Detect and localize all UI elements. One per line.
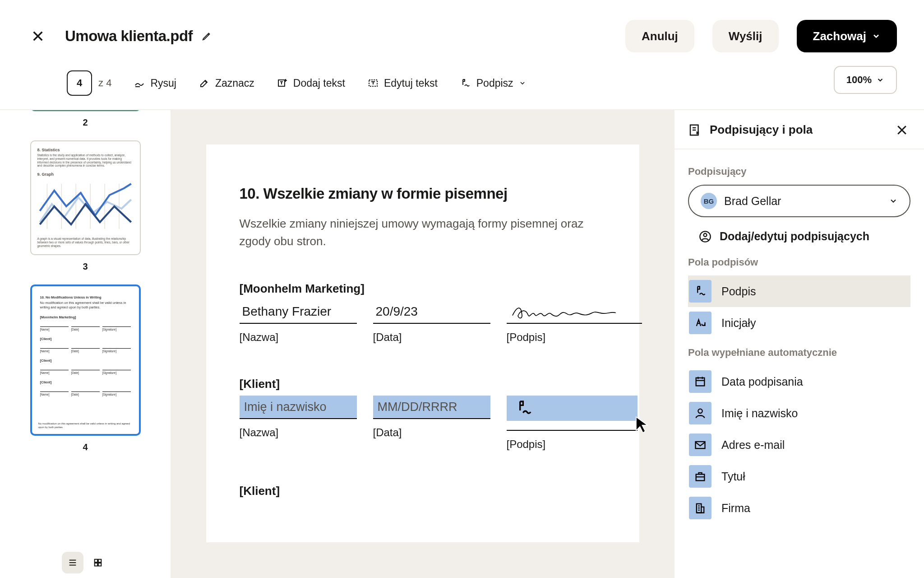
signature-field-drop[interactable] [507,396,638,421]
draw-icon [134,78,145,89]
building-icon [694,502,707,514]
field-initials-label: Inicjały [721,317,756,330]
tool-draw[interactable]: Rysuj [134,77,176,89]
svg-point-14 [704,233,707,237]
thumbnail-rail: 2 8. Statistics Statistics is the study … [0,110,171,578]
document-title-wrap: Umowa klienta.pdf [65,28,212,45]
thumb3-h2: 9. Graph [37,172,134,177]
mail-icon [694,438,707,451]
person-icon [699,230,711,243]
zoom-value: 100% [846,74,872,86]
tool-draw-label: Rysuj [150,77,176,89]
close-button[interactable] [27,25,49,47]
side-panel-title: Podpisujący i pola [710,123,887,137]
field-date-signed-label: Data podpisania [721,375,803,388]
cancel-label: Anuluj [642,29,678,43]
svg-point-16 [698,409,702,413]
date-field[interactable]: MM/DD/RRRR [373,396,490,419]
thumb3-h1: 8. Statistics [37,148,134,152]
grid-icon [93,558,103,568]
chevron-down-icon [876,76,884,84]
party-1-label: [Moonhelm Marketing] [240,282,606,296]
thumb4-foot: No modification on this agreement shall … [38,422,133,429]
document-title: Umowa klienta.pdf [65,28,193,45]
thumb3-chart [37,179,134,233]
rename-icon[interactable] [202,31,212,41]
field-email[interactable]: Adres e-mail [688,429,910,461]
party-2-label: [Klient] [240,377,606,391]
document-canvas[interactable]: 10. Wszelkie zmiany w formie pisemnej Ws… [171,110,674,578]
signature-scribble [509,302,627,322]
field-signature[interactable]: Podpis [688,275,910,307]
signer-avatar: BG [701,193,717,209]
field-company[interactable]: Firma [688,492,910,524]
app-header: Umowa klienta.pdf Anuluj Wyślij Zachowaj [0,0,924,66]
signer-dropdown[interactable]: BG Brad Gellar [688,185,910,217]
field-initials[interactable]: Inicjały [688,307,910,339]
thumb-num-3: 3 [83,261,88,272]
party-2-name-cap: [Nazwa] [240,426,357,439]
signer-name: Brad Gellar [724,195,882,208]
tool-sign-label: Podpisz [476,77,513,89]
svg-rect-10 [95,563,97,566]
calendar-icon [694,375,707,388]
save-button[interactable]: Zachowaj [797,20,897,52]
party-1-sig-cap: [Podpis] [507,331,642,344]
signer-section-label: Podpisujący [688,166,910,177]
edit-text-icon [368,78,379,89]
section-heading: 10. Wszelkie zmiany w formie pisemnej [240,185,606,202]
tool-add-text[interactable]: Dodaj tekst [277,77,345,89]
close-panel-button[interactable] [895,123,909,137]
signers-panel-icon [688,123,702,137]
field-title[interactable]: Tytuł [688,461,910,492]
view-list-button[interactable] [62,552,83,573]
thumb-page-3[interactable]: 8. Statistics Statistics is the study an… [30,140,141,255]
sign-icon [515,399,533,417]
initials-icon [694,317,707,329]
field-company-label: Firma [721,502,750,515]
tool-sign[interactable]: Podpisz [460,77,526,89]
zoom-dropdown[interactable]: 100% [834,66,897,94]
close-icon [32,30,44,42]
svg-rect-15 [696,378,705,386]
party-2-date-cap: [Data] [373,426,490,439]
cursor-icon [634,415,652,434]
document-page: 10. Wszelkie zmiany w formie pisemnej Ws… [206,144,639,542]
editor-toolbar: 4 z 4 Rysuj Zaznacz Dodaj tekst Edytuj t… [0,66,924,110]
chevron-down-icon [889,196,898,205]
field-date-signed[interactable]: Data podpisania [688,366,910,397]
side-panel-header: Podpisujący i pola [675,110,924,149]
thumb4-body: No modification on this agreement shall … [40,301,131,310]
party-2-sig-cap: [Podpis] [507,438,642,451]
add-edit-signers-button[interactable]: Dodaj/edytuj podpisujących [699,230,910,243]
cancel-button[interactable]: Anuluj [625,20,694,52]
send-label: Wyślij [729,29,762,43]
tool-highlight[interactable]: Zaznacz [199,77,254,89]
thumb-view-toggle [62,552,109,573]
tool-edit-text[interactable]: Edytuj tekst [368,77,438,89]
party-1-name-cap: [Nazwa] [240,331,357,344]
party-3-label: [Klient] [240,484,606,498]
page-of-label: z 4 [98,77,111,89]
add-text-icon [277,78,288,89]
thumb3-cap: A graph is a visual representation of da… [37,237,134,247]
thumb-num-4: 4 [83,442,88,452]
thumb-page-4[interactable]: 10. No Modifications Unless in Writing N… [30,284,141,436]
list-icon [68,558,78,568]
field-email-label: Adres e-mail [721,438,785,452]
field-name[interactable]: Imię i nazwisko [688,397,910,429]
view-grid-button[interactable] [87,552,109,573]
field-signature-label: Podpis [721,285,756,298]
party-1-signature [507,300,642,324]
svg-rect-8 [95,559,97,562]
thumb-page-2-peek[interactable] [30,110,141,111]
sign-icon [694,285,707,298]
svg-rect-9 [98,559,101,562]
field-title-label: Tytuł [721,470,745,483]
party-1-name-value: Bethany Frazier [240,300,357,324]
page-current-input[interactable]: 4 [67,70,92,96]
name-field[interactable]: Imię i nazwisko [240,396,357,419]
side-panel: Podpisujący i pola Podpisujący BG Brad G… [674,110,924,578]
tool-add-text-label: Dodaj tekst [293,77,345,89]
send-button[interactable]: Wyślij [712,20,779,52]
